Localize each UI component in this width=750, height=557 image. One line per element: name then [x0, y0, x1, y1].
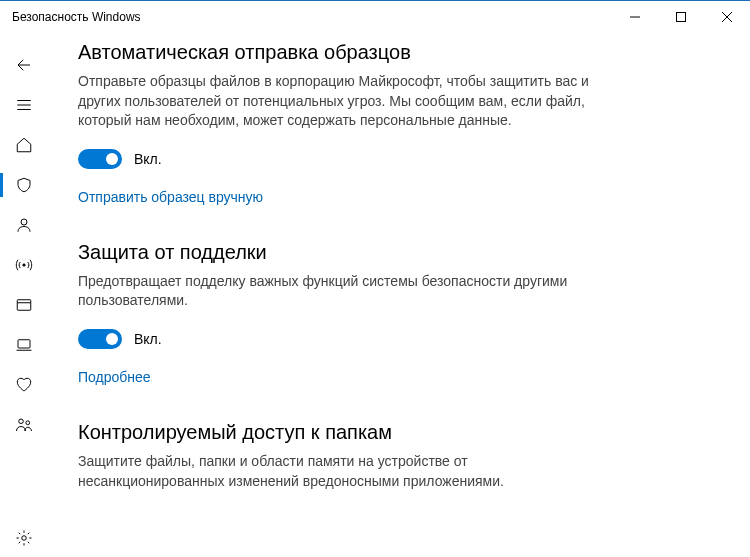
nav-settings[interactable]	[0, 518, 48, 557]
section-tamper-protection: Защита от подделки Предотвращает подделк…	[78, 241, 598, 385]
section-description: Защитите файлы, папки и области памяти н…	[78, 452, 598, 491]
section-description: Отправьте образцы файлов в корпорацию Ма…	[78, 72, 598, 131]
section-sample-submission: Автоматическая отправка образцов Отправь…	[78, 41, 598, 205]
back-arrow-icon	[15, 56, 33, 74]
nav-home[interactable]	[0, 125, 48, 165]
sample-submission-toggle[interactable]	[78, 149, 122, 169]
submit-sample-link[interactable]: Отправить образец вручную	[78, 189, 263, 205]
app-window-icon	[15, 296, 33, 314]
family-icon	[15, 416, 33, 434]
section-title: Защита от подделки	[78, 241, 598, 264]
close-button[interactable]	[704, 1, 750, 33]
svg-point-16	[22, 536, 27, 541]
svg-point-14	[19, 419, 24, 424]
nav-virus-protection[interactable]	[0, 165, 48, 205]
nav-device-performance[interactable]	[0, 365, 48, 405]
maximize-button[interactable]	[658, 1, 704, 33]
learn-more-link[interactable]: Подробнее	[78, 369, 151, 385]
tamper-protection-toggle[interactable]	[78, 329, 122, 349]
svg-rect-12	[18, 340, 30, 348]
section-description: Предотвращает подделку важных функций си…	[78, 272, 598, 311]
toggle-state-label: Вкл.	[134, 151, 162, 167]
toggle-row: Вкл.	[78, 149, 598, 169]
laptop-icon	[15, 336, 33, 354]
window-title: Безопасность Windows	[12, 10, 612, 24]
person-icon	[15, 216, 33, 234]
gear-icon	[15, 529, 33, 547]
menu-button[interactable]	[0, 85, 48, 125]
hamburger-icon	[15, 96, 33, 114]
main-content[interactable]: Автоматическая отправка образцов Отправь…	[48, 33, 750, 557]
section-controlled-folder-access: Контролируемый доступ к папкам Защитите …	[78, 421, 598, 491]
toggle-state-label: Вкл.	[134, 331, 162, 347]
svg-point-15	[26, 421, 30, 425]
heart-icon	[15, 376, 33, 394]
sidebar	[0, 33, 48, 557]
home-icon	[15, 136, 33, 154]
minimize-button[interactable]	[612, 1, 658, 33]
section-title: Контролируемый доступ к папкам	[78, 421, 598, 444]
titlebar: Безопасность Windows	[0, 1, 750, 33]
back-button[interactable]	[0, 45, 48, 85]
toggle-row: Вкл.	[78, 329, 598, 349]
nav-app-browser-control[interactable]	[0, 285, 48, 325]
nav-family-options[interactable]	[0, 405, 48, 445]
svg-rect-10	[17, 300, 31, 311]
shield-icon	[15, 176, 33, 194]
svg-point-9	[23, 264, 25, 266]
network-icon	[15, 256, 33, 274]
svg-rect-1	[677, 13, 686, 22]
nav-account-protection[interactable]	[0, 205, 48, 245]
nav-firewall[interactable]	[0, 245, 48, 285]
nav-device-security[interactable]	[0, 325, 48, 365]
svg-point-8	[21, 219, 27, 225]
section-title: Автоматическая отправка образцов	[78, 41, 598, 64]
